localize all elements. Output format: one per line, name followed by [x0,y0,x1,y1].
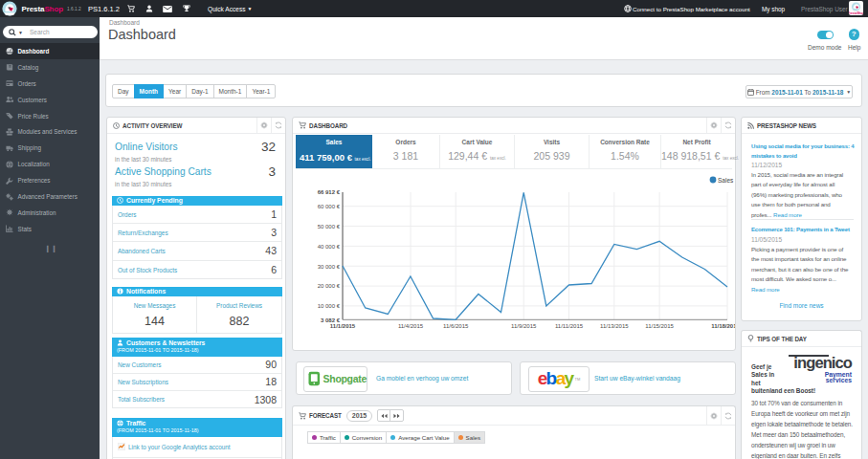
svg-text:10 000 €: 10 000 € [318,303,341,309]
svg-text:50 000 €: 50 000 € [318,224,341,230]
svg-text:66 912 €: 66 912 € [318,189,341,195]
svg-text:11/13/2015: 11/13/2015 [600,323,629,329]
svg-text:Sales: Sales [718,177,734,184]
svg-text:11/11/2015: 11/11/2015 [555,323,584,329]
svg-text:40 000 €: 40 000 € [318,244,341,250]
svg-text:20 000 €: 20 000 € [318,283,341,289]
svg-text:11/15/2015: 11/15/2015 [645,323,674,329]
svg-text:11/4/2015: 11/4/2015 [398,323,424,329]
svg-text:11/9/2015: 11/9/2015 [511,323,537,329]
svg-text:11/1/2015: 11/1/2015 [330,323,356,329]
svg-text:30 000 €: 30 000 € [318,264,341,270]
svg-text:PrestaShop: PrestaShop [849,11,863,15]
svg-text:11/6/2015: 11/6/2015 [443,323,469,329]
svg-text:11/18/2015: 11/18/2015 [711,323,735,329]
svg-text:60 000 €: 60 000 € [318,204,341,209]
